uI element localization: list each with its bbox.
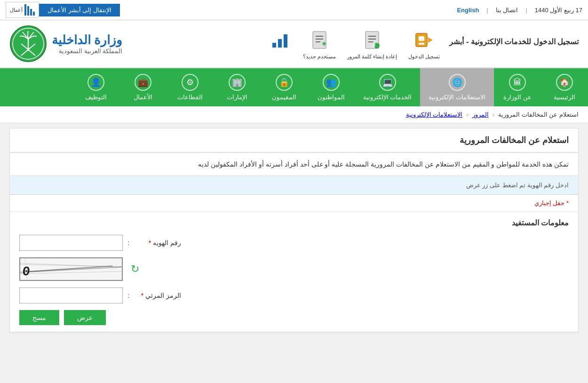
- top-bar-left: English | اتصال بنا | 17 ربيع الأول 1440: [457, 7, 582, 14]
- nav-citizens[interactable]: 👥 المواطنون: [308, 68, 355, 106]
- eservices-icon: 💻: [379, 74, 396, 91]
- main-nav: 🏠 الرئيسية 🏛 عن الوزارة 🌐 الاستعلامات ال…: [0, 68, 588, 106]
- nav-sectors-label: القطاعات: [177, 94, 203, 101]
- svg-rect-17: [278, 39, 282, 48]
- svg-text:4050: 4050: [20, 264, 33, 279]
- form-buttons: عرض مسح: [19, 310, 569, 325]
- nav-emirates[interactable]: 🏢 الإمارات: [214, 68, 261, 106]
- header: تسجيل الدخول للخدمات الإلكترونية - أبشر …: [0, 20, 588, 68]
- breadcrumb-item1[interactable]: الاستعلامات الإلكترونية: [406, 111, 463, 118]
- breadcrumb-sep1: ›: [493, 111, 494, 118]
- ministry-logo: وزارة الداخلية المملكة العربية السعودية: [9, 25, 122, 63]
- id-label: رقم الهويه *: [134, 239, 181, 247]
- bar1: [33, 12, 35, 16]
- ministry-name-arabic: وزارة الداخلية: [52, 33, 122, 48]
- nav-sectors[interactable]: ⚙ القطاعات: [167, 68, 214, 106]
- chart-icon-item: [268, 28, 292, 60]
- svg-rect-10: [313, 32, 326, 48]
- reset-password-icon: ↺: [360, 28, 384, 52]
- captcha-label: الرمز المرئي *: [134, 292, 181, 299]
- nav-home[interactable]: 🏠 الرئيسية: [541, 68, 588, 106]
- id-required-star: *: [149, 239, 151, 247]
- login-icon: [413, 28, 436, 52]
- refresh-captcha-button[interactable]: ↻: [127, 262, 143, 277]
- bar3: [27, 6, 29, 16]
- breadcrumb-current: استعلام عن المخالفات المرورية: [498, 111, 579, 118]
- header-title: تسجيل الدخول للخدمات الإلكترونية - أبشر: [449, 37, 579, 46]
- nav-employment-label: التوظيف: [85, 94, 107, 101]
- nav-residents-label: المقيمون: [272, 94, 296, 101]
- business-icon: 💼: [135, 74, 151, 91]
- form-section: معلومات المستفيد رقم الهويه * : ↻: [10, 212, 578, 332]
- about-icon: 🏛: [509, 74, 526, 91]
- svg-marker-3: [428, 37, 433, 43]
- svg-rect-2: [419, 43, 424, 45]
- svg-text:↺: ↺: [372, 43, 376, 48]
- reset-password-label: إعادة إنشاء كلمة المرور: [347, 54, 397, 60]
- home-icon: 🏠: [556, 74, 573, 91]
- separator: |: [486, 7, 488, 14]
- nav-home-label: الرئيسية: [554, 94, 575, 101]
- page-hint: ادخل رقم الهوية ثم اضغط على زر عرض: [10, 176, 578, 195]
- new-user-icon: [308, 28, 331, 52]
- login-icon-item[interactable]: تسجيل الدخول: [408, 28, 440, 60]
- english-link[interactable]: English: [457, 7, 479, 14]
- id-input[interactable]: [19, 235, 123, 251]
- new-user-icon-item[interactable]: مستخدم جديد؟: [303, 28, 336, 60]
- header-icons: تسجيل الدخول ↺ إعادة إنشاء كلمة المرور: [268, 28, 440, 60]
- nav-inquiries[interactable]: 🌐 الاستعلامات الإلكترونية: [420, 68, 494, 106]
- bar-chart-icon: [24, 4, 35, 16]
- employment-icon: 👤: [87, 74, 104, 91]
- nav-citizens-label: المواطنون: [318, 94, 345, 101]
- clear-button[interactable]: مسح: [19, 310, 59, 325]
- breadcrumb: استعلام عن المخالفات المرورية › المرور ›…: [0, 106, 588, 123]
- login-label: تسجيل الدخول: [408, 54, 440, 60]
- separator2: |: [525, 7, 527, 14]
- abshir-button[interactable]: الإنتقال إلى أبشر الأعمال: [39, 4, 120, 16]
- svg-rect-16: [272, 43, 276, 48]
- view-button[interactable]: عرض: [64, 310, 106, 325]
- nav-residents[interactable]: 🔒 المقيمون: [261, 68, 308, 106]
- captcha-input[interactable]: [19, 287, 123, 303]
- date-label: 17 ربيع الأول 1440: [535, 7, 582, 14]
- breadcrumb-item2[interactable]: المرور: [472, 111, 489, 118]
- citizens-icon: 👥: [323, 74, 340, 91]
- bar2: [30, 9, 32, 16]
- section-title: معلومات المستفيد: [19, 218, 569, 227]
- inquiries-icon: 🌐: [449, 74, 466, 91]
- sectors-icon: ⚙: [182, 74, 199, 91]
- breadcrumb-sep2: ›: [466, 111, 468, 118]
- nav-employment[interactable]: 👤 التوظيف: [72, 68, 119, 106]
- captcha-image: 4050: [19, 257, 123, 281]
- new-user-label: مستخدم جديد؟: [303, 54, 336, 60]
- chart-icon: [268, 28, 292, 52]
- nav-inquiries-label: الاستعلامات الإلكترونية: [429, 94, 485, 101]
- nav-emirates-label: الإمارات: [227, 94, 247, 101]
- top-bar: English | اتصال بنا | 17 ربيع الأول 1440…: [0, 0, 588, 20]
- nav-business-label: الأعمال: [134, 94, 152, 101]
- nav-business[interactable]: 💼 الأعمال: [119, 68, 167, 106]
- page-description: تمكن هذه الخدمة للمواطن و المقيم من الاس…: [10, 153, 578, 176]
- nav-eservices-label: الخدمات الإلكترونية: [363, 94, 412, 101]
- svg-rect-18: [284, 34, 287, 48]
- nav-about-label: عن الوزارة: [503, 94, 532, 101]
- nav-about[interactable]: 🏛 عن الوزارة: [494, 68, 541, 106]
- captcha-row: ↻ 4050: [19, 257, 569, 281]
- emirates-icon: 🏢: [229, 74, 246, 91]
- nav-eservices[interactable]: 💻 الخدمات الإلكترونية: [355, 68, 421, 106]
- id-colon: :: [127, 239, 129, 247]
- business-logo: أعمال: [6, 2, 39, 18]
- contact-label: اتصال بنا: [496, 7, 518, 14]
- captcha-svg: 4050: [20, 257, 122, 281]
- reset-password-icon-item[interactable]: ↺ إعادة إنشاء كلمة المرور: [347, 28, 397, 60]
- captcha-required-star: *: [141, 292, 143, 299]
- top-bar-center: الإنتقال إلى أبشر الأعمال أعمال: [6, 2, 120, 18]
- svg-rect-24: [20, 257, 122, 280]
- svg-rect-1: [419, 36, 424, 41]
- required-note: * حقل إجباري: [10, 195, 578, 212]
- business-text: أعمال: [10, 7, 23, 13]
- residents-icon: 🔒: [276, 74, 293, 91]
- captcha-colon: :: [127, 292, 129, 299]
- main-content: استعلام عن المخالفات المرورية تمكن هذه ا…: [9, 128, 579, 333]
- id-field-row: رقم الهويه * :: [19, 235, 569, 251]
